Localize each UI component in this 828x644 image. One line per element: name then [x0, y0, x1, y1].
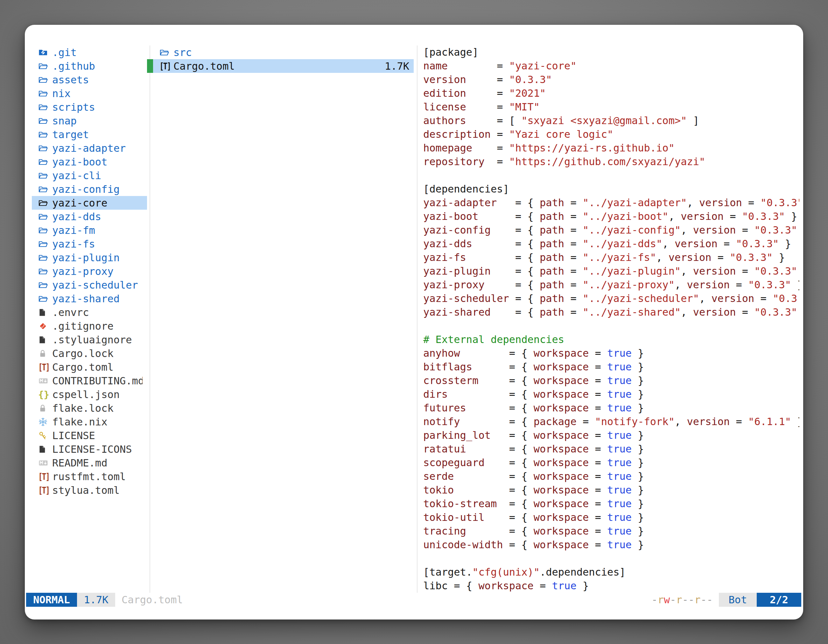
- mode-indicator: NORMAL: [26, 593, 77, 607]
- file-row-cargo-toml[interactable]: [T]Cargo.toml1.7K: [153, 59, 414, 73]
- sidebar-item-cspell-json[interactable]: {}cspell.json: [32, 387, 147, 401]
- markdown-icon: [38, 374, 49, 387]
- sidebar-item-gitignore[interactable]: .gitignore: [32, 319, 147, 333]
- sidebar-item-yazi-adapter[interactable]: yazi-adapter: [32, 141, 147, 155]
- toml-icon: [T]: [160, 59, 169, 73]
- sidebar-item-yazi-cli[interactable]: yazi-cli: [32, 169, 147, 182]
- preview-pane[interactable]: [package]name = "yazi-core"version = "0.…: [423, 45, 799, 593]
- preview-line: unicode-width = { workspace = true }: [423, 538, 799, 552]
- sidebar-item-label: flake.lock: [52, 402, 114, 414]
- sidebar-item-flake-nix[interactable]: flake.nix: [32, 415, 147, 429]
- sidebar-item-label: target: [52, 128, 89, 141]
- sidebar-item-label: .envrc: [52, 306, 89, 318]
- sidebar-item-rustfmt-toml[interactable]: [T]rustfmt.toml: [32, 470, 147, 483]
- preview-line: parking_lot = { workspace = true }: [423, 429, 799, 442]
- preview-line: [423, 169, 799, 182]
- sidebar-item-label: snap: [52, 115, 77, 127]
- sidebar-item-label: .gitignore: [52, 320, 114, 332]
- preview-line: yazi-adapter = { path = "../yazi-adapter…: [423, 196, 799, 210]
- sidebar-item-yazi-proxy[interactable]: yazi-proxy: [32, 265, 147, 278]
- preview-line: homepage = "https://yazi-rs.github.io": [423, 141, 799, 155]
- sidebar-item-yazi-shared[interactable]: yazi-shared: [32, 292, 147, 306]
- sidebar-item-envrc[interactable]: .envrc: [32, 306, 147, 319]
- sidebar-item-readme-md[interactable]: README.md: [32, 456, 147, 470]
- sidebar-item-label: nix: [52, 88, 71, 100]
- sidebar-item-yazi-boot[interactable]: yazi-boot: [32, 155, 147, 169]
- sidebar-item-label: .github: [52, 60, 95, 72]
- sidebar-item-yazi-scheduler[interactable]: yazi-scheduler: [32, 278, 147, 292]
- sidebar-item-flake-lock[interactable]: flake.lock: [32, 401, 147, 415]
- sidebar-item-label: yazi-adapter: [52, 142, 126, 154]
- file-permissions: -rw-r--r--: [651, 594, 713, 606]
- sidebar-item-label: assets: [52, 74, 89, 86]
- sidebar-item-label: Cargo.lock: [52, 348, 114, 360]
- folder-icon: [38, 155, 49, 169]
- sidebar-item-license[interactable]: LICENSE: [32, 429, 147, 442]
- sidebar-item-cargo-toml[interactable]: [T]Cargo.toml: [32, 360, 147, 374]
- sidebar-item-label: yazi-plugin: [52, 252, 120, 264]
- git-folder-icon: [38, 45, 49, 59]
- folder-icon: [38, 59, 49, 73]
- sidebar-item-yazi-dds[interactable]: yazi-dds: [32, 210, 147, 223]
- preview-line: ratatui = { workspace = true }: [423, 442, 799, 456]
- file-size-indicator: 1.7K: [77, 593, 115, 607]
- sidebar-item-yazi-core[interactable]: yazi-core: [32, 196, 147, 210]
- toml-icon: [T]: [38, 470, 49, 483]
- preview-line: [423, 552, 799, 566]
- preview-line: bitflags = { workspace = true }: [423, 360, 799, 374]
- preview-line: yazi-boot = { path = "../yazi-boot", ver…: [423, 210, 799, 223]
- sidebar-item-snap[interactable]: snap: [32, 114, 147, 128]
- sidebar-item-yazi-fm[interactable]: yazi-fm: [32, 223, 147, 237]
- sidebar-item-yazi-plugin[interactable]: yazi-plugin: [32, 251, 147, 265]
- sidebar-item-license-icons[interactable]: LICENSE-ICONS: [32, 442, 147, 456]
- folder-icon: [38, 251, 49, 265]
- file-row-src[interactable]: src: [153, 45, 414, 59]
- folder-icon: [38, 73, 49, 86]
- sidebar-item-label: yazi-shared: [52, 293, 120, 305]
- sidebar-item-label: Cargo.toml: [52, 361, 114, 373]
- sidebar-item-label: scripts: [52, 101, 95, 113]
- sidebar-item-label: LICENSE-ICONS: [52, 443, 132, 455]
- sidebar-item-github[interactable]: .github: [32, 59, 147, 73]
- pane-separator: [417, 45, 417, 593]
- sidebar-item-yazi-fs[interactable]: yazi-fs: [32, 237, 147, 251]
- pane-separator: [149, 45, 150, 593]
- preview-line: license = "MIT": [423, 100, 799, 114]
- sidebar-item-contributing-md[interactable]: CONTRIBUTING.md: [32, 374, 147, 387]
- folder-icon: [38, 223, 49, 237]
- sidebar-item-label: yazi-scheduler: [52, 279, 138, 291]
- preview-line: yazi-dds = { path = "../yazi-dds", versi…: [423, 237, 799, 251]
- preview-line: description = "Yazi core logic": [423, 128, 799, 141]
- sidebar-item-scripts[interactable]: scripts: [32, 100, 147, 114]
- sidebar-item-label: yazi-boot: [52, 156, 107, 168]
- folder-icon: [38, 237, 49, 251]
- preview-line: notify = { package = "notify-fork", vers…: [423, 415, 799, 429]
- sidebar-item-git[interactable]: .git: [32, 45, 147, 59]
- preview-line: dirs = { workspace = true }: [423, 387, 799, 401]
- sidebar-item-yazi-config[interactable]: yazi-config: [32, 182, 147, 196]
- sidebar-item-label: .styluaignore: [52, 334, 132, 346]
- preview-line: version = "0.3.3": [423, 73, 799, 86]
- yazi-window: .git.githubassetsnixscriptssnaptargetyaz…: [25, 25, 803, 619]
- parent-pane: .git.githubassetsnixscriptssnaptargetyaz…: [32, 45, 147, 497]
- preview-line: repository = "https://github.com/sxyazi/…: [423, 155, 799, 169]
- folder-icon: [38, 86, 49, 100]
- sidebar-item-cargo-lock[interactable]: Cargo.lock: [32, 346, 147, 360]
- sidebar-item-stylua-toml[interactable]: [T]stylua.toml: [32, 483, 147, 497]
- sidebar-item-label: CONTRIBUTING.md: [52, 375, 143, 387]
- sidebar-item-target[interactable]: target: [32, 128, 147, 141]
- preview-line: [423, 319, 799, 333]
- sidebar-item-label: flake.nix: [52, 416, 107, 428]
- preview-line: name = "yazi-core": [423, 59, 799, 73]
- current-pane: src[T]Cargo.toml1.7K: [153, 45, 414, 73]
- preview-line: tokio = { workspace = true }: [423, 483, 799, 497]
- folder-icon: [38, 278, 49, 292]
- sidebar-item-label: stylua.toml: [52, 484, 120, 497]
- sidebar-item-styluaignore[interactable]: .styluaignore: [32, 333, 147, 346]
- preview-line: anyhow = { workspace = true }: [423, 346, 799, 360]
- preview-line: scopeguard = { workspace = true }: [423, 456, 799, 470]
- folder-icon: [38, 128, 49, 141]
- sidebar-item-assets[interactable]: assets: [32, 73, 147, 86]
- preview-line: # External dependencies: [423, 333, 799, 346]
- sidebar-item-nix[interactable]: nix: [32, 86, 147, 100]
